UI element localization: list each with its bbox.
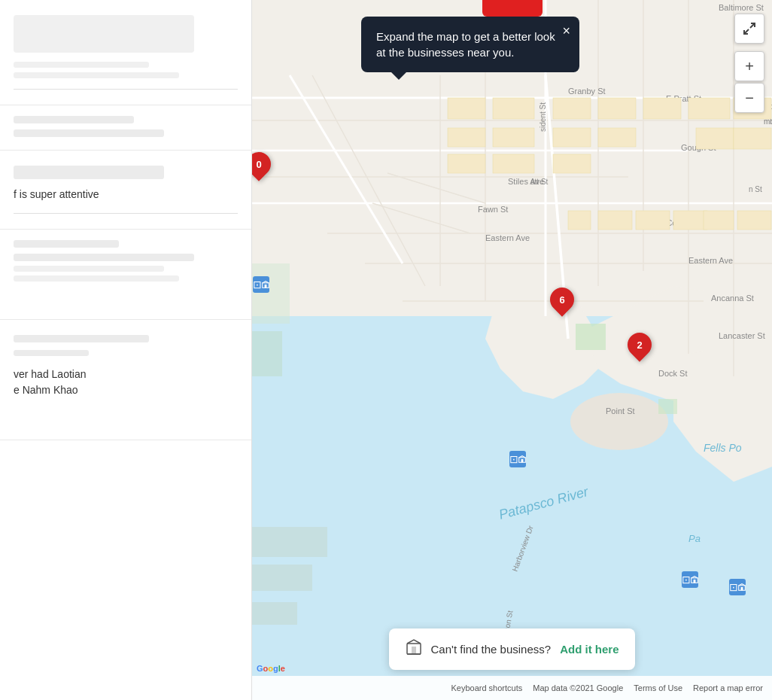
svg-rect-87 <box>252 565 312 591</box>
map-pin-0[interactable]: 0 <box>252 152 271 181</box>
report-error-link[interactable]: Report a map error <box>693 683 763 692</box>
svg-rect-78 <box>568 211 591 230</box>
svg-rect-88 <box>252 602 297 625</box>
card-line <box>14 62 149 68</box>
svg-point-4 <box>570 393 668 450</box>
blue-marker-1 <box>253 276 269 293</box>
review-text-4: ver had Laotiane Nahm Khao <box>14 367 238 398</box>
map-controls: + − <box>734 14 764 113</box>
blue-marker-4 <box>729 579 746 595</box>
svg-rect-67 <box>688 98 730 119</box>
svg-rect-100 <box>412 647 416 654</box>
svg-rect-75 <box>448 154 485 173</box>
svg-rect-77 <box>553 154 591 173</box>
add-business-link[interactable]: Add it here <box>560 643 619 656</box>
svg-text:Pa: Pa <box>688 533 701 544</box>
meta-bar <box>14 166 164 179</box>
google-logo: Google <box>257 664 285 673</box>
svg-text:n St: n St <box>749 185 762 193</box>
blue-marker-3 <box>682 571 698 588</box>
zoom-out-button[interactable]: − <box>734 83 764 113</box>
svg-rect-63 <box>598 98 636 119</box>
store-icon <box>262 279 269 290</box>
c3-line1 <box>14 240 119 248</box>
svg-rect-82 <box>704 211 734 230</box>
map-tooltip: × Expand the map to get a better look at… <box>361 17 579 72</box>
review-text-2: f is super attentive <box>14 187 238 202</box>
expand-top-button[interactable] <box>482 0 543 17</box>
spacer-line <box>14 116 134 123</box>
svg-rect-80 <box>636 211 670 230</box>
svg-text:Fells Po: Fells Po <box>704 442 742 454</box>
cant-find-bar: Can't find the business? Add it here <box>389 628 636 670</box>
svg-text:Eastern Ave: Eastern Ave <box>688 256 733 265</box>
svg-text:sident St: sident St <box>539 102 547 132</box>
svg-text:Ancanna St: Ancanna St <box>711 294 754 303</box>
c3-line4 <box>14 275 179 282</box>
svg-rect-84 <box>252 263 290 324</box>
blue-marker-2 <box>509 451 526 467</box>
review-card-1 <box>0 0 251 105</box>
zoom-in-button[interactable]: + <box>734 51 764 81</box>
svg-rect-64 <box>643 98 681 119</box>
expand-map-button[interactable] <box>734 14 764 44</box>
card-top-bar <box>14 15 194 53</box>
svg-rect-68 <box>696 128 734 149</box>
card-3 <box>0 230 251 320</box>
map-data-text: Map data ©2021 Google <box>533 683 623 692</box>
svg-rect-71 <box>448 98 485 119</box>
svg-rect-61 <box>658 399 677 414</box>
svg-text:Point St: Point St <box>606 406 635 415</box>
cant-find-text: Can't find the business? <box>431 643 552 656</box>
map-pin-6[interactable]: 6 <box>550 288 574 316</box>
divider <box>14 89 238 90</box>
svg-rect-83 <box>737 211 771 230</box>
svg-text:att St: att St <box>530 178 549 186</box>
map-pin-2[interactable]: 2 <box>628 333 652 361</box>
svg-rect-72 <box>493 98 534 119</box>
c4-meta <box>14 335 149 342</box>
svg-text:Lancaster St: Lancaster St <box>719 331 765 340</box>
store-icon-4 <box>738 582 746 592</box>
svg-rect-94 <box>521 459 524 462</box>
c4-stars <box>14 350 89 356</box>
svg-rect-70 <box>734 128 771 149</box>
svg-rect-85 <box>252 331 282 376</box>
svg-text:Dock St: Dock St <box>658 369 688 378</box>
svg-rect-60 <box>576 324 606 350</box>
keyboard-shortcuts-link[interactable]: Keyboard shortcuts <box>451 683 522 692</box>
svg-rect-92 <box>265 285 267 288</box>
store-icon-2 <box>518 454 526 464</box>
divider2 <box>14 213 238 214</box>
spacer-line2 <box>14 129 164 137</box>
review-card-2: f is super attentive <box>0 151 251 230</box>
svg-rect-66 <box>598 128 636 147</box>
svg-text:Granby St: Granby St <box>568 87 606 96</box>
tooltip-close-button[interactable]: × <box>562 24 570 38</box>
svg-rect-73 <box>448 128 485 147</box>
business-icon <box>406 639 422 656</box>
map-panel: Patapsco River Fells Po Pa Harborview Dr… <box>252 0 772 700</box>
svg-rect-81 <box>673 211 707 230</box>
svg-rect-86 <box>252 527 327 557</box>
terms-of-use-link[interactable]: Terms of Use <box>634 683 682 692</box>
svg-rect-62 <box>553 98 591 119</box>
tooltip-text: Expand the map to get a better look at t… <box>376 30 555 59</box>
svg-text:Eastern Ave: Eastern Ave <box>485 233 530 242</box>
expand-icon <box>743 22 756 35</box>
svg-text:Fawn St: Fawn St <box>478 205 508 214</box>
map-bottom-bar: Keyboard shortcuts Map data ©2021 Google… <box>252 676 772 700</box>
cant-find-icon <box>406 639 422 659</box>
svg-rect-65 <box>553 128 591 147</box>
spacer-card <box>0 105 251 151</box>
svg-rect-74 <box>493 128 534 147</box>
review-card-4: ver had Laotiane Nahm Khao <box>0 320 251 440</box>
map-svg: Patapsco River Fells Po Pa Harborview Dr… <box>252 0 772 700</box>
svg-rect-76 <box>493 154 534 173</box>
svg-rect-98 <box>741 587 743 590</box>
c3-line2 <box>14 254 194 261</box>
c3-line3 <box>14 266 164 272</box>
svg-rect-96 <box>694 580 696 583</box>
store-icon-3 <box>691 574 698 585</box>
svg-text:Baltimore St: Baltimore St <box>719 3 764 12</box>
